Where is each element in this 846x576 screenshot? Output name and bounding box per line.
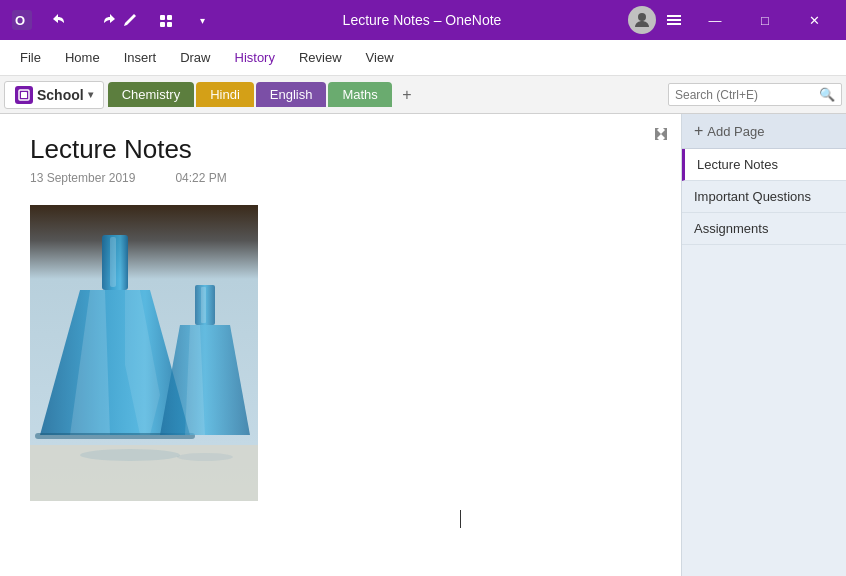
section-tab-chemistry[interactable]: Chemistry [108, 82, 195, 107]
svg-text:O: O [15, 13, 25, 28]
page-image [30, 205, 258, 501]
text-cursor [460, 510, 461, 528]
svg-rect-21 [201, 287, 206, 323]
menu-file[interactable]: File [8, 44, 53, 71]
svg-point-6 [638, 13, 646, 21]
title-bar-left: O ▾ [8, 6, 216, 34]
menu-draw[interactable]: Draw [168, 44, 222, 71]
svg-rect-3 [167, 15, 172, 20]
title-bar: O ▾ Lecture Notes – [0, 0, 846, 40]
content-area: Lecture Notes 13 September 2019 04:22 PM [0, 114, 681, 576]
add-section-button[interactable]: + [394, 82, 420, 108]
add-page-button[interactable]: + Add Page [682, 114, 846, 149]
menu-view[interactable]: View [354, 44, 406, 71]
notebook-school[interactable]: School ▾ [4, 81, 104, 109]
svg-rect-8 [667, 19, 681, 21]
svg-point-24 [80, 449, 180, 461]
menu-insert[interactable]: Insert [112, 44, 169, 71]
page-time: 04:22 PM [175, 171, 226, 185]
notebook-icon [15, 86, 33, 104]
page-item-assignments[interactable]: Assignments [682, 213, 846, 245]
maximize-button[interactable]: □ [742, 0, 788, 40]
dropdown-icon[interactable]: ▾ [188, 6, 216, 34]
section-tab-maths[interactable]: Maths [328, 82, 391, 107]
profile-button[interactable] [628, 6, 656, 34]
notebook-bar: School ▾ Chemistry Hindi English Maths +… [0, 76, 846, 114]
svg-point-25 [177, 453, 233, 461]
page-item-important-questions[interactable]: Important Questions [682, 181, 846, 213]
svg-rect-4 [160, 22, 165, 27]
menu-review[interactable]: Review [287, 44, 354, 71]
search-input[interactable] [675, 88, 815, 102]
right-panel: + Add Page Lecture Notes Important Quest… [681, 114, 846, 576]
svg-rect-5 [167, 22, 172, 27]
page-item-lecture-notes[interactable]: Lecture Notes [682, 149, 846, 181]
svg-rect-15 [110, 237, 116, 287]
redo-button[interactable] [80, 6, 108, 34]
notebook-chevron-icon: ▾ [88, 89, 93, 100]
page-title: Lecture Notes [30, 134, 651, 165]
close-button[interactable]: ✕ [792, 0, 838, 40]
section-tab-hindi[interactable]: Hindi [196, 82, 254, 107]
page-meta: 13 September 2019 04:22 PM [30, 171, 651, 185]
main-area: Lecture Notes 13 September 2019 04:22 PM [0, 114, 846, 576]
notebook-name: School [37, 87, 84, 103]
search-box: 🔍 [668, 83, 842, 106]
svg-rect-7 [667, 15, 681, 17]
search-icon[interactable]: 🔍 [819, 87, 835, 102]
pen-icon[interactable] [116, 6, 144, 34]
add-page-plus-icon: + [694, 122, 703, 140]
svg-rect-2 [160, 15, 165, 20]
onenote-icon[interactable]: O [8, 6, 36, 34]
page-date: 13 September 2019 [30, 171, 135, 185]
ribbon-toggle-button[interactable] [660, 6, 688, 34]
menu-home[interactable]: Home [53, 44, 112, 71]
minimize-button[interactable]: — [692, 0, 738, 40]
svg-rect-9 [667, 23, 681, 25]
svg-rect-11 [21, 92, 27, 98]
window-title: Lecture Notes – OneNote [343, 12, 502, 28]
add-page-label: Add Page [707, 124, 764, 139]
undo-button[interactable] [44, 6, 72, 34]
expand-button[interactable] [649, 122, 673, 146]
title-bar-right: — □ ✕ [628, 0, 838, 40]
menu-history[interactable]: History [223, 44, 287, 71]
section-tab-english[interactable]: English [256, 82, 327, 107]
quick-access-icon[interactable] [152, 6, 180, 34]
menu-bar: File Home Insert Draw History Review Vie… [0, 40, 846, 76]
